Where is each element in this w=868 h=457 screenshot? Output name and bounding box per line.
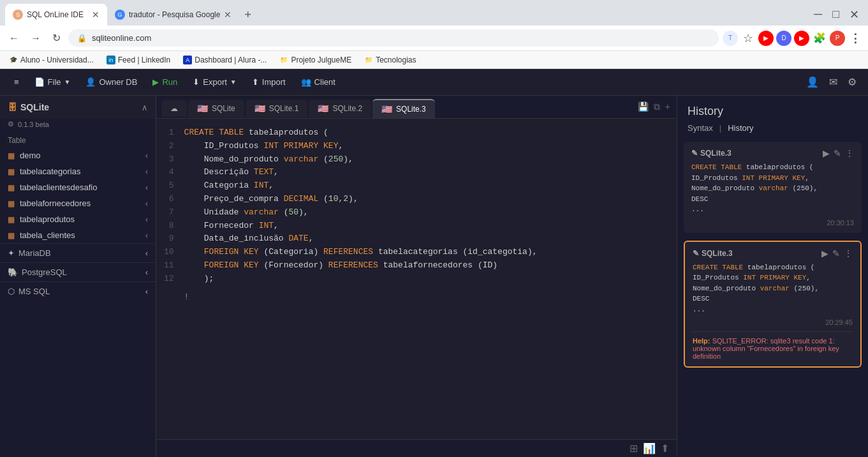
mssql-chevron-icon: ‹ [145, 287, 148, 296]
hamburger-icon: ≡ [14, 77, 19, 87]
sidebar-db-title: 🗄 SQLite [8, 102, 49, 112]
more-entry-1-button[interactable]: ⋮ [845, 148, 854, 158]
history-nav: Syntax | History [688, 123, 858, 133]
cloud-icon: ☁ [170, 104, 178, 113]
code-line-4: Descrição TEXT, [184, 166, 672, 179]
run-button[interactable]: ▶ Run [146, 74, 184, 90]
browser-tab-google[interactable]: G tradutor - Pesquisa Google ✕ [107, 4, 239, 26]
history-entry-2-header: ✎ SQLite.3 ▶ ✎ ⋮ [693, 248, 853, 258]
close-button[interactable]: ✕ [846, 8, 863, 22]
tab-save-icon[interactable]: 💾 [636, 100, 650, 114]
back-button[interactable]: ← [5, 30, 23, 47]
edit-entry-1-button[interactable]: ✎ [834, 148, 841, 158]
file-label: File [48, 77, 61, 87]
sidebar-item-tabelaprodutos[interactable]: ▦ tabelaprodutos ‹ [0, 211, 156, 227]
history-entry-2-error: Help: SQLITE_ERROR: sqlite3 result code … [693, 331, 853, 360]
sidebar-item-tabelaclientesdesafio[interactable]: ▦ tabelaclientesdesafio ‹ [0, 179, 156, 195]
settings-icon[interactable]: ⚙ [844, 73, 860, 91]
table-icon-clientes-desafio: ▦ [8, 183, 15, 192]
client-button[interactable]: 👥 Client [295, 74, 342, 90]
sidebar-sqlite-header[interactable]: 🗄 SQLite ∧ [0, 96, 156, 119]
tecnologias-favicon: 📁 [364, 56, 373, 64]
code-editor[interactable]: 1 2 3 4 5 6 7 8 9 10 11 12 CREATE TABLE … [156, 119, 677, 439]
menu-button[interactable]: ≡ [8, 74, 26, 90]
export-button[interactable]: ⬇ Export ▼ [186, 74, 242, 90]
code-content[interactable]: CREATE TABLE tabelaprodutos ( ID_Produto… [179, 119, 677, 439]
history-entry-2-time: 20:29:45 [693, 318, 853, 326]
minimize-button[interactable]: ─ [810, 8, 826, 22]
tecnologias-label: Tecnologias [376, 56, 416, 64]
sqlite3-tab-flag: 🇺🇸 [381, 104, 392, 114]
browser-tab-sql[interactable]: S SQL OnLine IDE ✕ [5, 4, 107, 26]
sidebar: 🗄 SQLite ∧ ⚙ 0.1.3 beta Table ▦ demo ‹ ▦… [0, 96, 156, 457]
menu-dots-icon[interactable]: ⋮ [848, 31, 863, 46]
editor-tab-sqlite[interactable]: 🇺🇸 SQLite [188, 100, 244, 117]
table-icon-tabela-clientes: ▦ [8, 231, 15, 240]
sidebar-postgresql-header[interactable]: 🐘 PostgreSQL ‹ [0, 262, 156, 281]
sidebar-item-tabela-clientes[interactable]: ▦ tabela_clientes ‹ [0, 227, 156, 243]
bookmark-aluno[interactable]: 🎓 Aluno - Universidad... [5, 54, 98, 66]
import-button[interactable]: ⬆ Import [246, 74, 292, 90]
sqlite1-tab-label: SQLite.1 [269, 104, 299, 113]
mail-icon[interactable]: ✉ [825, 73, 841, 91]
run-entry-1-button[interactable]: ▶ [823, 148, 830, 158]
alura-label: Dashboard | Alura -... [195, 56, 267, 64]
forward-button[interactable]: → [27, 30, 45, 47]
editor-tab-cloud[interactable]: ☁ [161, 100, 187, 117]
history-entry-2-code: CREATE TABLE tabelaprodutos ( ID_Produto… [693, 262, 853, 315]
run-entry-2-button[interactable]: ▶ [821, 248, 828, 258]
aluno-favicon: 🎓 [9, 56, 18, 64]
sql-tab-close[interactable]: ✕ [92, 10, 99, 20]
sidebar-item-demo[interactable]: ▦ demo ‹ [0, 147, 156, 163]
code-line-8: Fornecedor INT, [184, 220, 672, 233]
chart-view-icon[interactable]: 📊 [643, 442, 656, 454]
address-bar[interactable]: 🔒 sqliteonline.com [68, 29, 719, 47]
sidebar-item-tabelafornecedores[interactable]: ▦ tabelafornecedores ‹ [0, 195, 156, 211]
reload-button[interactable]: ↻ [48, 29, 64, 47]
code-line-7: Unidade varchar (50), [184, 206, 672, 220]
youtube-icon[interactable]: ▶ [758, 31, 774, 46]
edit-entry-2-button[interactable]: ✎ [832, 248, 840, 258]
tab-copy-icon[interactable]: ⧉ [652, 100, 661, 114]
new-tab-button[interactable]: + [239, 8, 256, 22]
history-nav-history[interactable]: History [728, 123, 753, 133]
maximize-button[interactable]: □ [828, 8, 843, 22]
user-icon[interactable]: 👤 [802, 73, 823, 91]
linkedin-favicon: in [107, 56, 115, 64]
aluno-label: Aluno - Universidad... [20, 56, 94, 64]
code-line-3: Nome_do_produto varchar (250), [184, 153, 672, 167]
history-nav-syntax[interactable]: Syntax [688, 123, 713, 133]
history-entry-1-time: 20:30:13 [691, 219, 854, 227]
owner-db-button[interactable]: 👤 Owner DB [79, 74, 143, 90]
discord-icon[interactable]: D [776, 31, 791, 46]
more-entry-2-button[interactable]: ⋮ [844, 248, 853, 258]
google-tab-close[interactable]: ✕ [224, 10, 232, 20]
run-icon: ▶ [152, 77, 159, 87]
profile-icon[interactable]: P [830, 31, 845, 46]
bookmark-star-icon[interactable]: ☆ [740, 31, 756, 46]
code-line-9: Data_de_inclusão DATE, [184, 232, 672, 246]
editor-tab-sqlite2[interactable]: 🇺🇸 SQLite.2 [309, 100, 371, 117]
tab-add-icon[interactable]: + [664, 100, 672, 114]
sqlite-tab-label: SQLite [212, 104, 235, 113]
bookmark-projeto[interactable]: 📁 Projeto JulgueME [276, 54, 355, 66]
editor-tab-sqlite1[interactable]: 🇺🇸 SQLite.1 [246, 100, 308, 117]
bookmark-alura[interactable]: A Dashboard | Alura -... [179, 54, 270, 66]
mariadb-label: ✦ MariaDB [8, 248, 51, 258]
sidebar-item-tabelacategorias[interactable]: ▦ tabelacategorias ‹ [0, 163, 156, 179]
file-button[interactable]: 📄 File ▼ [28, 74, 77, 90]
bookmark-linkedin[interactable]: in Feed | LinkedIn [103, 54, 175, 66]
bookmark-tecnologias[interactable]: 📁 Tecnologias [360, 54, 420, 66]
extensions-icon[interactable]: 🧩 [812, 31, 827, 46]
client-label: Client [314, 77, 335, 87]
youtube2-icon[interactable]: ▶ [794, 31, 809, 46]
error-label: Help: [693, 337, 710, 345]
translate-icon[interactable]: T [723, 31, 738, 46]
editor-tab-sqlite3[interactable]: 🇺🇸 SQLite.3 [372, 99, 435, 118]
sidebar-mariadb-header[interactable]: ✦ MariaDB ‹ [0, 243, 156, 262]
sidebar-collapse-icon[interactable]: ∧ [142, 103, 148, 112]
postgresql-chevron-icon: ‹ [145, 267, 148, 277]
table-view-icon[interactable]: ⊞ [629, 442, 638, 454]
export-view-icon[interactable]: ⬆ [661, 442, 669, 454]
sidebar-mssql-header[interactable]: ⬡ MS SQL ‹ [0, 281, 156, 301]
